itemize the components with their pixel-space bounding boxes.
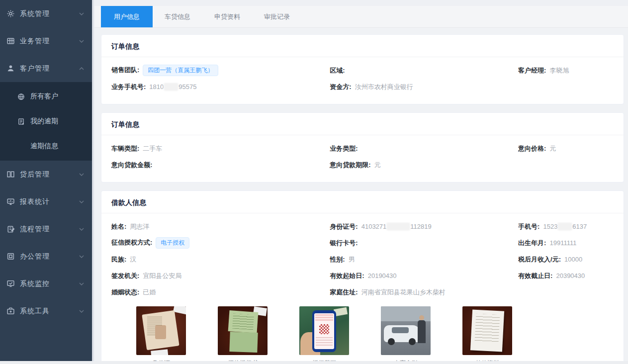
- biz-phone-value: 181095575: [149, 83, 196, 91]
- phone-auth-photo[interactable]: [299, 306, 349, 355]
- card-title: 借款人信息: [101, 191, 624, 213]
- redaction-blur: [387, 223, 409, 230]
- tab-car-loan-info[interactable]: 车贷信息: [153, 6, 202, 27]
- valid-from-value: 20190430: [368, 272, 397, 279]
- user-icon: [6, 64, 15, 73]
- chevron-down-icon: [79, 40, 84, 43]
- mobile-value: 15236137: [543, 223, 587, 230]
- id-number-label: 身份证号:: [330, 222, 358, 231]
- card-title: 订单信息: [101, 113, 624, 135]
- sidebar-item-label: 所有客户: [30, 92, 58, 101]
- gender-value: 男: [349, 255, 355, 264]
- credit-booklet-photo[interactable]: [218, 306, 268, 355]
- tab-user-info[interactable]: 用户信息: [101, 6, 153, 27]
- issuer-value: 宜阳县公安局: [143, 272, 181, 280]
- open-book-icon: [6, 170, 15, 179]
- sidebar-item-label: 贷后管理: [20, 170, 79, 179]
- main-content: 用户信息 车贷信息 申贷资料 审批记录 订单信息 销售团队: 四团一营（直属王鹏…: [94, 0, 628, 364]
- name-label: 姓名:: [111, 222, 126, 231]
- address-label: 家庭住址:: [330, 288, 358, 297]
- birth-label: 出生年月:: [518, 239, 546, 248]
- sidebar-item-office-mgmt[interactable]: 办公管理: [0, 243, 92, 270]
- tab-approval-records[interactable]: 审批记录: [252, 6, 302, 27]
- sidebar-item-business-mgmt[interactable]: 业务管理: [0, 27, 92, 55]
- chevron-up-icon: [79, 67, 84, 70]
- mobile-label: 手机号:: [518, 222, 539, 231]
- sidebar-item-overdue-info[interactable]: 逾期信息: [0, 134, 92, 159]
- sidebar-item-label: 报表统计: [20, 197, 79, 206]
- intent-price-value: 元: [549, 144, 556, 153]
- birth-value: 19911111: [549, 239, 576, 247]
- chevron-down-icon: [79, 255, 84, 258]
- sidebar-item-customer-mgmt[interactable]: 客户管理: [0, 55, 92, 82]
- credit-auth-label: 征信授权方式:: [111, 238, 152, 247]
- sidebar-item-report-stats[interactable]: 报表统计: [0, 188, 92, 215]
- marital-value: 已婚: [143, 288, 156, 297]
- sidebar-item-label: 系统监控: [20, 279, 79, 288]
- intent-price-label: 意向价格:: [518, 144, 546, 153]
- sidebar-item-all-customers[interactable]: 所有客户: [0, 84, 92, 109]
- vehicle-type-value: 二手车: [143, 144, 162, 153]
- redaction-blur: [558, 223, 571, 230]
- borrower-info-card: 借款人信息 姓名: 周志洋 身份证号: 4103271112819 手机: [101, 190, 624, 364]
- tab-bar: 用户信息 车贷信息 申贷资料 审批记录: [94, 6, 628, 28]
- bank-card-label: 银行卡号:: [330, 239, 358, 248]
- income-value: 10000: [564, 256, 582, 263]
- sidebar-item-label: 客户管理: [20, 64, 79, 73]
- page: 系统管理 业务管理 客户管理 所有客户: [0, 0, 628, 364]
- sidebar-item-system-mgmt[interactable]: 系统管理: [0, 0, 92, 27]
- sidebar-item-label: 流程管理: [20, 225, 79, 234]
- chevron-down-icon: [79, 282, 84, 285]
- issuer-label: 签发机关:: [111, 272, 139, 280]
- bottom-scrollbar-track[interactable]: [0, 361, 628, 364]
- gear-icon: [6, 9, 15, 18]
- id-card-photo[interactable]: [136, 306, 186, 355]
- funder-value: 汝州市农村商业银行: [355, 83, 413, 91]
- tab-loan-application-docs[interactable]: 申贷资料: [202, 6, 252, 27]
- sidebar-item-label: 系统工具: [20, 307, 79, 316]
- name-value: 周志洋: [130, 222, 149, 231]
- sidebar-item-label: 我的逾期: [30, 117, 58, 126]
- sidebar: 系统管理 业务管理 客户管理 所有客户: [0, 0, 92, 361]
- monitor-check-icon: [6, 279, 15, 288]
- biz-type-label: 业务类型:: [330, 144, 358, 153]
- funder-label: 资金方:: [330, 83, 351, 91]
- order-info-card-2: 订单信息 车辆类型: 二手车 业务类型: 意向价格:: [101, 112, 624, 182]
- sidebar-item-system-monitor[interactable]: 系统监控: [0, 270, 92, 297]
- chevron-down-icon: [79, 12, 84, 15]
- sidebar-item-label: 业务管理: [20, 37, 79, 46]
- id-number-value: 4103271112819: [361, 223, 432, 230]
- globe-icon: [17, 92, 25, 100]
- sidebar-item-label: 逾期信息: [30, 142, 58, 151]
- sales-team-label: 销售团队:: [111, 66, 139, 75]
- ethnicity-value: 汉: [130, 255, 136, 264]
- valid-to-label: 有效截止日:: [518, 272, 552, 280]
- sidebar-item-my-overdue[interactable]: 我的逾期: [0, 109, 92, 134]
- toolbox-icon: [6, 307, 15, 315]
- workflow-icon: [6, 225, 15, 233]
- person-car-photo[interactable]: [381, 306, 431, 355]
- sidebar-item-label: 办公管理: [20, 252, 79, 261]
- manager-value: 李晓旭: [549, 66, 569, 75]
- office-icon: [6, 252, 15, 261]
- ethnicity-label: 民族:: [111, 255, 126, 264]
- sidebar-item-postloan-mgmt[interactable]: 贷后管理: [0, 161, 92, 188]
- report-monitor-icon: [6, 197, 15, 206]
- marital-label: 婚姻状态:: [111, 288, 139, 297]
- valid-to-value: 20390430: [556, 272, 585, 279]
- document-photo[interactable]: [462, 306, 512, 355]
- sidebar-item-system-tools[interactable]: 系统工具: [0, 297, 92, 325]
- chevron-down-icon: [79, 310, 84, 313]
- biz-phone-label: 业务手机号:: [111, 83, 146, 91]
- sidebar-item-workflow-mgmt[interactable]: 流程管理: [0, 215, 92, 243]
- region-label: 区域:: [330, 66, 345, 75]
- manager-label: 客户经理:: [518, 66, 546, 75]
- photo-gallery: 身份证 征信授权书 授权截图: [136, 306, 614, 364]
- grid-icon: [6, 37, 15, 45]
- order-info-card-1: 订单信息 销售团队: 四团一营（直属王鹏飞） 区域: 客户经理:: [101, 34, 624, 104]
- top-strip: [94, 0, 628, 6]
- credit-auth-tag[interactable]: 电子授权: [156, 237, 189, 248]
- notebook-icon: [17, 117, 25, 125]
- sales-team-tag[interactable]: 四团一营（直属王鹏飞）: [143, 65, 218, 76]
- gender-label: 性别:: [330, 255, 345, 264]
